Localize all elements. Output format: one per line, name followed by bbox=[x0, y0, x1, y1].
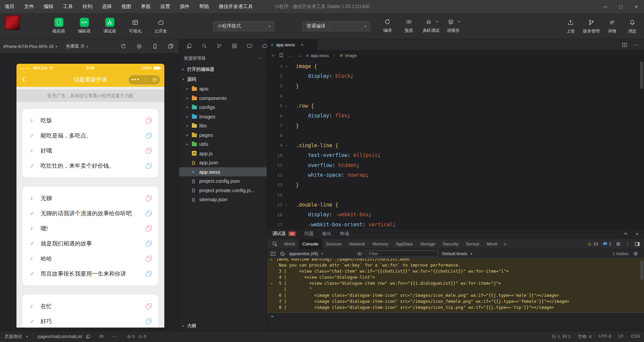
copy-icon[interactable] bbox=[146, 319, 152, 324]
gear-icon[interactable]: ⚙ bbox=[616, 241, 621, 247]
debug-tab-调试器[interactable]: 调试器10 bbox=[272, 231, 296, 237]
code-editor[interactable]: 1▾2345▾6789▾101112131415▾1617 image { di… bbox=[267, 60, 644, 228]
search-icon[interactable] bbox=[202, 43, 207, 49]
outline-section[interactable]: ▸ 大纲 bbox=[179, 321, 267, 331]
collapse-panel-icon[interactable] bbox=[623, 231, 628, 236]
menu-item[interactable]: 界面 bbox=[141, 3, 151, 10]
devtools-tab-network[interactable]: Network bbox=[345, 239, 369, 249]
messages-button[interactable]: 消息 bbox=[625, 18, 640, 34]
tree-item-pages[interactable]: ▸pages bbox=[179, 130, 267, 140]
open-editors-section[interactable]: ▸ 打开的编辑器 bbox=[179, 64, 267, 74]
copy-icon[interactable] bbox=[146, 303, 152, 309]
console-sidebar-icon[interactable] bbox=[270, 251, 276, 256]
chat-row[interactable]: ♀嗯! bbox=[22, 221, 158, 236]
version-control-button[interactable]: 版本管理 bbox=[583, 18, 600, 34]
source-control-icon[interactable] bbox=[217, 43, 222, 49]
more-menu-icon[interactable]: ●●● bbox=[131, 77, 140, 82]
eye-icon[interactable] bbox=[357, 251, 362, 256]
tree-item-app.json[interactable]: {}app.json bbox=[179, 158, 267, 167]
fold-chevron-icon[interactable]: ▾ bbox=[282, 144, 290, 147]
editor-toggle-button[interactable]: </> 编辑器 bbox=[76, 18, 92, 34]
chat-row[interactable]: ♀哈哈 bbox=[22, 251, 158, 266]
hot-reload-toggle[interactable]: 热重载 关 ▾ bbox=[66, 43, 89, 49]
tree-item-app.wxss[interactable]: ≡app.wxss bbox=[179, 167, 267, 177]
clear-cache-button[interactable]: ▾ 清缓存 bbox=[445, 17, 461, 34]
list-icon[interactable]: ≡ bbox=[272, 53, 274, 58]
cursor-position[interactable]: 行 1, 列 1 bbox=[552, 334, 571, 340]
menu-item[interactable]: 文件 bbox=[24, 3, 34, 10]
visualization-button[interactable]: 可视化 bbox=[127, 18, 143, 34]
mode-select[interactable]: 小程序模式 ▾ bbox=[213, 21, 274, 31]
cloud-sync-icon[interactable] bbox=[262, 43, 267, 49]
clear-console-icon[interactable] bbox=[280, 251, 285, 256]
copy-path-icon[interactable] bbox=[86, 334, 90, 339]
log-levels-select[interactable]: Default levels ▾ bbox=[442, 251, 472, 256]
current-page-path[interactable]: pages/chatList/chatList bbox=[38, 334, 90, 339]
language-mode[interactable]: CSS bbox=[631, 334, 640, 340]
preview-button[interactable]: 预览 bbox=[401, 17, 417, 34]
preview-window-icon[interactable] bbox=[247, 43, 252, 49]
split-editor-icon[interactable] bbox=[622, 42, 627, 48]
nav-back-icon[interactable]: ← bbox=[288, 53, 292, 58]
fold-chevron-icon[interactable]: ▾ bbox=[282, 203, 290, 207]
sim-record-icon[interactable] bbox=[137, 44, 142, 49]
chat-row[interactable]: ♂吃壮壮的，来年卖个好价钱。 bbox=[22, 158, 158, 173]
indentation[interactable]: 空格: 4 bbox=[578, 334, 591, 340]
compile-button[interactable]: 编译 bbox=[380, 17, 395, 34]
tree-item-app.js[interactable]: JSapp.js bbox=[179, 149, 267, 158]
chat-row[interactable]: ♂好巧 bbox=[22, 314, 158, 328]
chat-row[interactable]: ♀好哦 bbox=[22, 143, 158, 158]
compile-mode-select[interactable]: 普通编译 ▾ bbox=[302, 21, 370, 31]
devtools-tab-storage[interactable]: Storage bbox=[416, 239, 439, 249]
inspect-cursor-icon[interactable] bbox=[270, 239, 280, 249]
devtools-tab-memory[interactable]: Memory bbox=[369, 239, 392, 249]
copy-icon[interactable] bbox=[146, 256, 152, 262]
editor-scrollbar[interactable] bbox=[640, 61, 643, 89]
tab-close-icon[interactable]: × bbox=[301, 42, 304, 47]
copy-icon[interactable] bbox=[146, 195, 152, 201]
issues-count[interactable]: 1 bbox=[609, 242, 611, 246]
maximize-icon[interactable]: □ bbox=[613, 0, 629, 13]
encoding[interactable]: UTF-8 bbox=[599, 334, 611, 340]
sim-refresh-icon[interactable] bbox=[121, 44, 126, 49]
devtools-tab-sensor[interactable]: Sensor bbox=[462, 239, 483, 249]
tree-item-libs[interactable]: ▸libs bbox=[179, 121, 267, 130]
devtools-tab-wxml[interactable]: Wxml bbox=[280, 239, 299, 249]
menu-item[interactable]: 选择 bbox=[102, 3, 112, 10]
back-chevron-icon[interactable] bbox=[20, 76, 27, 83]
page-path-selector[interactable]: 页面路径 ▾ bbox=[5, 334, 28, 340]
breadcrumb-symbol[interactable]: ⇄ image bbox=[339, 53, 357, 58]
menu-item[interactable]: 工具 bbox=[63, 3, 73, 10]
files-icon[interactable] bbox=[186, 43, 192, 49]
device-selector[interactable]: iPhone 6/7/8 Plus 85% 16 ▾ bbox=[3, 44, 57, 49]
cloud-dev-button[interactable]: 云开发 bbox=[153, 18, 168, 34]
devtools-tab-console[interactable]: Console bbox=[299, 239, 322, 249]
upload-button[interactable]: 上传 bbox=[563, 18, 578, 34]
chat-row[interactable]: ♂能吃是福，多吃点。 bbox=[22, 128, 158, 143]
close-icon[interactable]: × bbox=[629, 0, 644, 13]
sim-rotate-icon[interactable] bbox=[152, 44, 158, 49]
minimize-icon[interactable]: ─ bbox=[598, 0, 613, 13]
tree-item-project.private.config.js...[interactable]: {}project.private.config.js... bbox=[179, 186, 267, 195]
copy-icon[interactable] bbox=[146, 118, 152, 123]
tree-item-components[interactable]: ▸components bbox=[179, 94, 267, 103]
copy-icon[interactable] bbox=[146, 148, 152, 154]
copy-icon[interactable] bbox=[146, 211, 152, 216]
tree-item-images[interactable]: ▸images bbox=[179, 112, 267, 121]
chat-row[interactable]: ♂而且故事很长我要用一生来和你讲 bbox=[22, 266, 158, 281]
chat-row[interactable]: ♀在忙 bbox=[22, 299, 158, 314]
copy-icon[interactable] bbox=[146, 133, 152, 138]
devtools-tab-security[interactable]: Security bbox=[439, 239, 462, 249]
chat-row[interactable]: ♀无聊 bbox=[22, 191, 158, 206]
menu-item[interactable]: 插件 bbox=[180, 3, 190, 10]
device-debug-button[interactable]: ▾ 真机调试 bbox=[423, 17, 439, 34]
menu-item[interactable]: 转到 bbox=[83, 3, 92, 10]
copy-icon[interactable] bbox=[146, 241, 152, 246]
dock-side-icon[interactable] bbox=[635, 241, 640, 247]
tree-item-apis[interactable]: ▸apis bbox=[179, 84, 267, 94]
copy-icon[interactable] bbox=[146, 271, 152, 277]
chat-row[interactable]: ♂无聊的话我讲个浪漫的故事给你听吧 bbox=[22, 206, 158, 221]
menu-item[interactable]: 帮助 bbox=[199, 3, 209, 10]
copy-icon[interactable] bbox=[146, 226, 152, 231]
tab-overflow-icon[interactable]: » bbox=[501, 239, 509, 249]
